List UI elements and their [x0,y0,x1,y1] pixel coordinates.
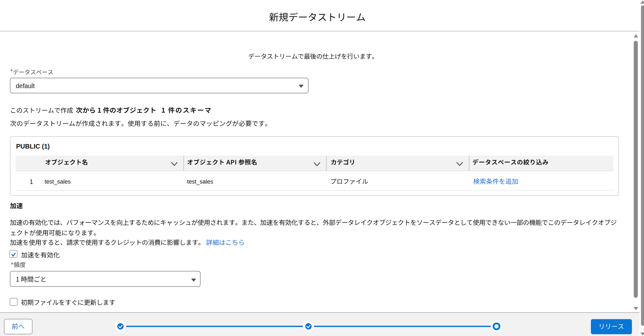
svg-text:test_sales: test_sales [45,178,71,185]
svg-text:default: default [16,82,35,89]
svg-text:*: * [10,68,13,75]
svg-text:PUBLIC (1): PUBLIC (1) [16,143,50,150]
svg-text:1: 1 [30,178,33,185]
svg-text:*: * [11,261,14,268]
svg-text:test_sales: test_sales [187,178,213,185]
